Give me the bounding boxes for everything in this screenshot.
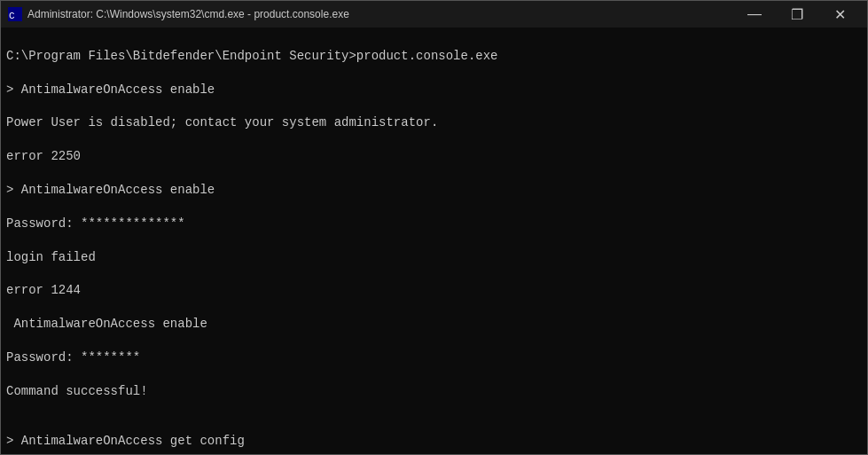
terminal-line-6: Password: ************** [6, 216, 862, 232]
terminal-line-9: AntimalwareOnAccess enable [6, 316, 862, 333]
cmd-icon: C [8, 7, 22, 21]
terminal-line-5: > AntimalwareOnAccess enable [6, 182, 862, 199]
terminal-line-10: Password: ******** [6, 349, 862, 366]
terminal-line-11: Command successful! [6, 383, 862, 400]
cmd-window: C Administrator: C:\Windows\system32\cmd… [0, 0, 868, 455]
terminal-line-2: > AntimalwareOnAccess enable [6, 82, 862, 98]
terminal-line-3: Power User is disabled; contact your sys… [6, 114, 862, 131]
title-bar-left: C Administrator: C:\Windows\system32\cmd… [8, 7, 349, 21]
terminal-line-13: > AntimalwareOnAccess get config [6, 433, 862, 450]
terminal-line-4: error 2250 [6, 148, 862, 165]
terminal-line-1: C:\Program Files\Bitdefender\Endpoint Se… [6, 48, 862, 65]
title-bar: C Administrator: C:\Windows\system32\cmd… [1, 1, 867, 27]
close-button[interactable]: ✕ [819, 1, 860, 27]
terminal-line-7: login failed [6, 249, 862, 266]
terminal-body[interactable]: C:\Program Files\Bitdefender\Endpoint Se… [1, 27, 867, 454]
terminal-line-8: error 1244 [6, 282, 862, 299]
window-title: Administrator: C:\Windows\system32\cmd.e… [27, 8, 349, 20]
window-controls: — ❐ ✕ [734, 1, 860, 27]
minimize-button[interactable]: — [734, 1, 775, 27]
maximize-button[interactable]: ❐ [777, 1, 817, 27]
svg-text:C: C [9, 11, 15, 21]
